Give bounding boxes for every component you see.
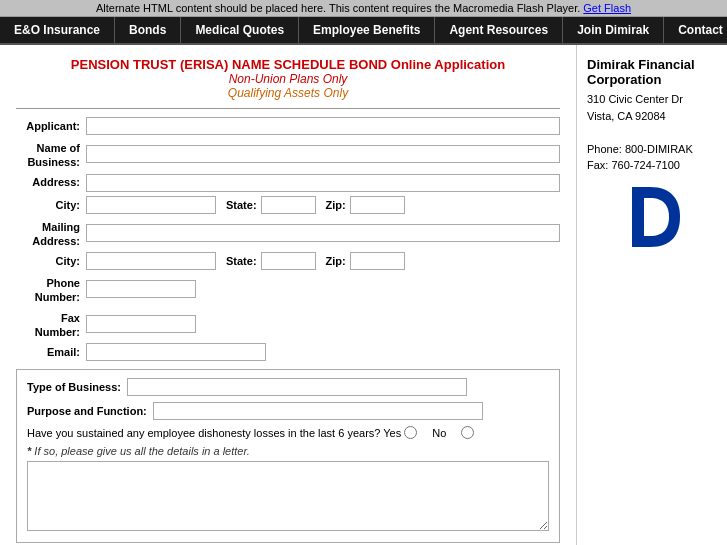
fax-label: Fax Number: [16,309,86,340]
state-label: State: [226,199,257,211]
company-info: 310 Civic Center Dr Vista, CA 92084 Phon… [587,91,717,174]
flash-bar-text: Alternate HTML content should be placed … [96,2,580,14]
company-phone: Phone: 800-DIMIRAK [587,141,717,158]
company-city-state-zip: Vista, CA 92084 [587,108,717,125]
city-input[interactable] [86,196,216,214]
phone-input-wrapper [86,280,196,298]
applicant-input-wrapper [86,117,560,135]
dishonesty-no-radio[interactable] [461,426,474,439]
applicant-row: Applicant: [16,117,560,135]
email-input[interactable] [86,343,266,361]
mailing-zip-input-wrapper [350,252,405,270]
state-input-wrapper [261,196,316,214]
title-sub1: Non-Union Plans Only [16,72,560,86]
business-name-row: Name of Business: [16,139,560,170]
note-text: If so, please give us all the details in… [27,445,549,457]
details-textarea[interactable] [27,461,549,531]
get-flash-link[interactable]: Get Flash [583,2,631,14]
nav-eo-insurance[interactable]: E&O Insurance [0,17,115,43]
main-nav: E&O Insurance Bonds Medical Quotes Emplo… [0,17,727,45]
radio-group: No [404,426,474,439]
title-sub2: Qualifying Assets Only [16,86,560,100]
form-title: PENSION TRUST (ERISA) NAME SCHEDULE BOND… [16,57,560,100]
mailing-city-label: City: [16,255,86,267]
mailing-state-input[interactable] [261,252,316,270]
nav-employee-benefits[interactable]: Employee Benefits [299,17,435,43]
mailing-city-input-wrapper [86,252,216,270]
purpose-input-wrapper [153,402,483,420]
mailing-city-row: City: State: Zip: [16,252,560,270]
nav-medical-quotes[interactable]: Medical Quotes [181,17,299,43]
address-input[interactable] [86,174,560,192]
mailing-address-label: Mailing Address: [16,218,86,249]
dishonesty-row: Have you sustained any employee dishones… [27,426,549,439]
nav-agent-resources[interactable]: Agent Resources [435,17,563,43]
nav-join-dimirak[interactable]: Join Dimirak [563,17,664,43]
applicant-label: Applicant: [16,119,86,133]
sidebar: Dimirak Financial Corporation 310 Civic … [577,45,727,545]
type-of-business-label: Type of Business: [27,381,121,393]
phone-label: Phone Number: [16,274,86,305]
city-label: City: [16,199,86,211]
mailing-city-input[interactable] [86,252,216,270]
type-of-business-row: Type of Business: [27,378,549,396]
type-of-business-input[interactable] [127,378,467,396]
mailing-state-input-wrapper [261,252,316,270]
address-label: Address: [16,175,86,189]
section-box: Type of Business: Purpose and Function: … [16,369,560,543]
purpose-label: Purpose and Function: [27,405,147,417]
mailing-address-input[interactable] [86,224,560,242]
zip-input-wrapper [350,196,405,214]
zip-input[interactable] [350,196,405,214]
mailing-address-row: Mailing Address: [16,218,560,249]
email-row: Email: [16,343,560,361]
company-fax: Fax: 760-724-7100 [587,157,717,174]
business-name-label: Name of Business: [16,139,86,170]
city-row: City: State: Zip: [16,196,560,214]
business-name-input[interactable] [86,145,560,163]
purpose-row: Purpose and Function: [27,402,549,420]
city-input-wrapper [86,196,216,214]
phone-row: Phone Number: [16,274,560,305]
nav-bonds[interactable]: Bonds [115,17,181,43]
fax-input-wrapper [86,315,196,333]
applicant-input[interactable] [86,117,560,135]
form-divider [16,108,560,109]
mailing-zip-label: Zip: [326,255,346,267]
title-main: PENSION TRUST (ERISA) NAME SCHEDULE BOND… [16,57,560,72]
email-label: Email: [16,346,86,358]
state-input[interactable] [261,196,316,214]
mailing-state-label: State: [226,255,257,267]
purpose-input[interactable] [153,402,483,420]
mailing-zip-input[interactable] [350,252,405,270]
flash-bar: Alternate HTML content should be placed … [0,0,727,17]
company-name: Dimirak Financial Corporation [587,57,717,87]
mailing-address-input-wrapper [86,224,560,242]
dishonesty-no-label: No [432,427,446,439]
email-input-wrapper [86,343,266,361]
company-address: 310 Civic Center Dr [587,91,717,108]
phone-input[interactable] [86,280,196,298]
form-area: PENSION TRUST (ERISA) NAME SCHEDULE BOND… [0,45,577,545]
main-layout: PENSION TRUST (ERISA) NAME SCHEDULE BOND… [0,45,727,545]
fax-input[interactable] [86,315,196,333]
dishonesty-question: Have you sustained any employee dishones… [27,427,401,439]
logo-icon [622,182,682,252]
company-logo [587,182,717,252]
dishonesty-yes-radio[interactable] [404,426,417,439]
type-of-business-input-wrapper [127,378,467,396]
address-input-wrapper [86,174,560,192]
fax-row: Fax Number: [16,309,560,340]
address-row: Address: [16,174,560,192]
business-name-input-wrapper [86,145,560,163]
zip-label: Zip: [326,199,346,211]
nav-contact[interactable]: Contact [664,17,727,43]
